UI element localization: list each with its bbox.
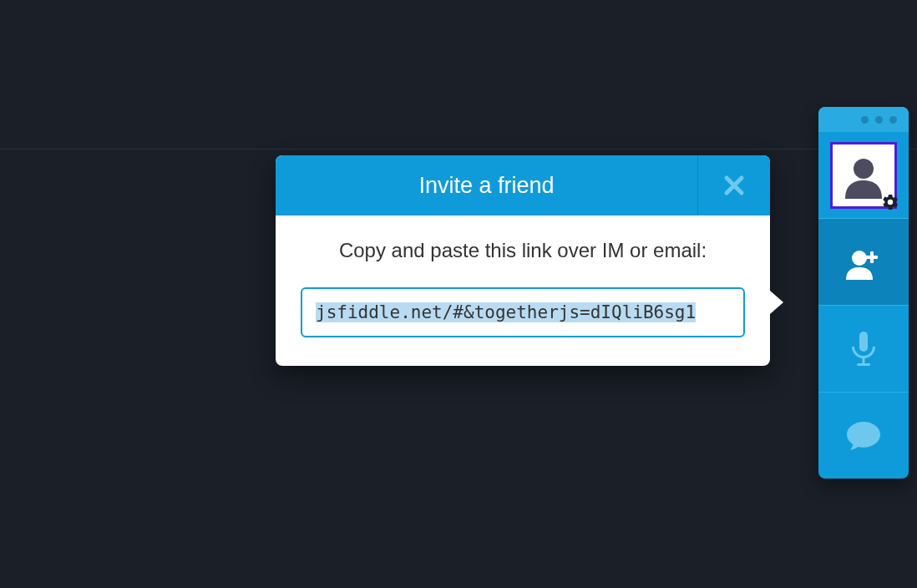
svg-rect-3 <box>866 256 878 259</box>
dialog-title: Invite a friend <box>276 155 698 215</box>
dialog-header: Invite a friend <box>276 155 770 215</box>
dialog-pointer <box>770 291 783 314</box>
gear-icon[interactable] <box>881 193 899 211</box>
background-divider <box>0 149 917 150</box>
svg-point-1 <box>852 251 867 266</box>
dock-item-chat[interactable] <box>818 392 909 479</box>
share-link-text: jsfiddle.net/#&togetherjs=dIQliB6sg1 <box>316 302 696 322</box>
dock-item-invite[interactable] <box>818 218 909 305</box>
svg-rect-6 <box>857 363 870 366</box>
dialog-body: Copy and paste this link over IM or emai… <box>276 215 770 366</box>
dock-drag-handle[interactable] <box>818 107 909 132</box>
close-icon <box>723 175 745 196</box>
add-person-icon <box>843 241 884 283</box>
svg-rect-5 <box>863 357 865 363</box>
dock-handle-dot <box>861 116 869 124</box>
microphone-icon <box>847 330 880 368</box>
avatar-icon <box>840 152 887 199</box>
dialog-instruction: Copy and paste this link over IM or emai… <box>301 239 745 262</box>
avatar-frame <box>830 142 897 209</box>
svg-point-0 <box>854 159 874 179</box>
chat-icon <box>845 420 882 452</box>
collab-dock <box>818 107 909 479</box>
dock-handle-dot <box>875 116 883 124</box>
share-link-field[interactable]: jsfiddle.net/#&togetherjs=dIQliB6sg1 <box>301 287 745 337</box>
dock-item-profile[interactable] <box>818 132 909 218</box>
close-button[interactable] <box>698 155 770 215</box>
dock-item-audio[interactable] <box>818 305 909 392</box>
dock-handle-dot <box>889 116 897 124</box>
invite-dialog: Invite a friend Copy and paste this link… <box>276 155 770 366</box>
svg-rect-4 <box>859 332 868 352</box>
